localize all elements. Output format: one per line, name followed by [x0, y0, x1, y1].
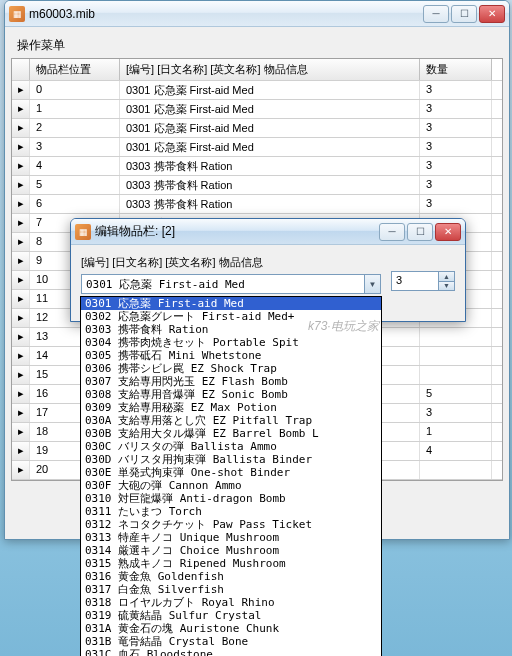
dropdown-item[interactable]: 030C バリスタの弾 Ballista Ammo	[81, 440, 381, 453]
cell-qty[interactable]	[420, 461, 492, 479]
dropdown-item[interactable]: 0319 硫黄結晶 Sulfur Crystal	[81, 609, 381, 622]
cell-info[interactable]: 0303 携帯食料 Ration	[120, 157, 420, 175]
cell-info[interactable]: 0301 応急薬 First-aid Med	[120, 81, 420, 99]
close-button[interactable]: ✕	[479, 5, 505, 23]
dialog-close-button[interactable]: ✕	[435, 223, 461, 241]
row-header[interactable]: ▸	[12, 347, 30, 365]
cell-pos[interactable]: 4	[30, 157, 120, 175]
cell-qty[interactable]	[420, 347, 492, 365]
cell-qty[interactable]	[420, 366, 492, 384]
dropdown-item[interactable]: 031C 血石 Bloodstone	[81, 648, 381, 656]
operation-menu[interactable]: 操作菜单	[11, 33, 503, 58]
combo-value[interactable]: 0301 応急薬 First-aid Med	[82, 275, 364, 293]
cell-qty[interactable]: 3	[420, 100, 492, 118]
cell-qty[interactable]: 1	[420, 423, 492, 441]
row-header[interactable]: ▸	[12, 404, 30, 422]
dropdown-item[interactable]: 0301 応急薬 First-aid Med	[81, 297, 381, 310]
dropdown-item[interactable]: 0311 たいまつ Torch	[81, 505, 381, 518]
table-row[interactable]: ▸20301 応急薬 First-aid Med3	[12, 119, 502, 138]
cell-info[interactable]: 0303 携帯食料 Ration	[120, 176, 420, 194]
dropdown-item[interactable]: 030A 支給専用落とし穴 EZ Pitfall Trap	[81, 414, 381, 427]
row-header[interactable]: ▸	[12, 385, 30, 403]
cell-info[interactable]: 0301 応急薬 First-aid Med	[120, 100, 420, 118]
table-row[interactable]: ▸50303 携帯食料 Ration3	[12, 176, 502, 195]
dropdown-item[interactable]: 0315 熟成キノコ Ripened Mushroom	[81, 557, 381, 570]
dialog-titlebar[interactable]: ▦ 编辑物品栏: [2] ─ ☐ ✕	[71, 219, 465, 245]
cell-qty[interactable]: 4	[420, 442, 492, 460]
cell-qty[interactable]: 3	[420, 157, 492, 175]
dialog-minimize-button[interactable]: ─	[379, 223, 405, 241]
table-row[interactable]: ▸40303 携帯食料 Ration3	[12, 157, 502, 176]
row-header[interactable]: ▸	[12, 138, 30, 156]
row-header[interactable]: ▸	[12, 423, 30, 441]
maximize-button[interactable]: ☐	[451, 5, 477, 23]
chevron-down-icon[interactable]: ▼	[364, 275, 380, 293]
dropdown-item[interactable]: 031B 竜骨結晶 Crystal Bone	[81, 635, 381, 648]
dropdown-item[interactable]: 030D バリスタ用拘束弾 Ballista Binder	[81, 453, 381, 466]
row-header[interactable]: ▸	[12, 271, 30, 289]
cell-qty[interactable]: 3	[420, 176, 492, 194]
dropdown-item[interactable]: 0308 支給専用音爆弾 EZ Sonic Bomb	[81, 388, 381, 401]
row-header[interactable]: ▸	[12, 233, 30, 251]
item-dropdown-list[interactable]: 0301 応急薬 First-aid Med0302 応急薬グレート First…	[80, 296, 382, 656]
cell-pos[interactable]: 5	[30, 176, 120, 194]
cell-qty[interactable]	[420, 328, 492, 346]
dropdown-item[interactable]: 030F 大砲の弾 Cannon Ammo	[81, 479, 381, 492]
dropdown-item[interactable]: 030E 単発式拘束弾 One-shot Binder	[81, 466, 381, 479]
cell-qty[interactable]: 3	[420, 138, 492, 156]
cell-qty[interactable]: 3	[420, 404, 492, 422]
row-header[interactable]: ▸	[12, 176, 30, 194]
cell-pos[interactable]: 6	[30, 195, 120, 213]
dropdown-item[interactable]: 0314 厳選キノコ Choice Mushroom	[81, 544, 381, 557]
dropdown-item[interactable]: 0309 支給専用秘薬 EZ Max Potion	[81, 401, 381, 414]
cell-info[interactable]: 0303 携帯食料 Ration	[120, 195, 420, 213]
col-header-info[interactable]: [编号] [日文名称] [英文名称] 物品信息	[120, 59, 420, 80]
row-header[interactable]: ▸	[12, 309, 30, 327]
spin-down-icon[interactable]: ▼	[438, 282, 454, 291]
minimize-button[interactable]: ─	[423, 5, 449, 23]
dropdown-item[interactable]: 0305 携帯砥石 Mini Whetstone	[81, 349, 381, 362]
dropdown-item[interactable]: 0318 ロイヤルカブト Royal Rhino	[81, 596, 381, 609]
row-header[interactable]: ▸	[12, 328, 30, 346]
dropdown-item[interactable]: 0317 白金魚 Silverfish	[81, 583, 381, 596]
row-header[interactable]: ▸	[12, 157, 30, 175]
row-header[interactable]: ▸	[12, 100, 30, 118]
dropdown-item[interactable]: 0313 特産キノコ Unique Mushroom	[81, 531, 381, 544]
cell-qty[interactable]: 5	[420, 385, 492, 403]
cell-pos[interactable]: 0	[30, 81, 120, 99]
dropdown-item[interactable]: 0307 支給専用閃光玉 EZ Flash Bomb	[81, 375, 381, 388]
dropdown-item[interactable]: 031A 黄金石の塊 Auristone Chunk	[81, 622, 381, 635]
row-header[interactable]: ▸	[12, 366, 30, 384]
main-titlebar[interactable]: ▦ m60003.mib ─ ☐ ✕	[5, 1, 509, 27]
row-header[interactable]: ▸	[12, 290, 30, 308]
row-header[interactable]: ▸	[12, 214, 30, 232]
row-header[interactable]: ▸	[12, 119, 30, 137]
table-row[interactable]: ▸30301 応急薬 First-aid Med3	[12, 138, 502, 157]
cell-pos[interactable]: 3	[30, 138, 120, 156]
table-row[interactable]: ▸00301 応急薬 First-aid Med3	[12, 81, 502, 100]
dropdown-item[interactable]: 0306 携帯シビレ罠 EZ Shock Trap	[81, 362, 381, 375]
cell-qty[interactable]: 3	[420, 195, 492, 213]
dropdown-item[interactable]: 030B 支給用大タル爆弾 EZ Barrel Bomb L	[81, 427, 381, 440]
quantity-value[interactable]: 3	[392, 272, 438, 290]
cell-info[interactable]: 0301 応急薬 First-aid Med	[120, 138, 420, 156]
dropdown-item[interactable]: 0310 対巨龍爆弾 Anti-dragon Bomb	[81, 492, 381, 505]
item-combobox[interactable]: 0301 応急薬 First-aid Med ▼	[81, 274, 381, 294]
row-header[interactable]: ▸	[12, 461, 30, 479]
col-header-qty[interactable]: 数量	[420, 59, 492, 80]
cell-pos[interactable]: 2	[30, 119, 120, 137]
col-header-pos[interactable]: 物品栏位置	[30, 59, 120, 80]
row-header[interactable]: ▸	[12, 252, 30, 270]
dropdown-item[interactable]: 0316 黄金魚 Goldenfish	[81, 570, 381, 583]
dialog-maximize-button[interactable]: ☐	[407, 223, 433, 241]
table-row[interactable]: ▸10301 応急薬 First-aid Med3	[12, 100, 502, 119]
cell-pos[interactable]: 1	[30, 100, 120, 118]
row-header[interactable]: ▸	[12, 442, 30, 460]
quantity-stepper[interactable]: 3 ▲ ▼	[391, 271, 455, 291]
cell-qty[interactable]: 3	[420, 81, 492, 99]
row-header[interactable]: ▸	[12, 195, 30, 213]
cell-info[interactable]: 0301 応急薬 First-aid Med	[120, 119, 420, 137]
dropdown-item[interactable]: 0312 ネコタクチケット Paw Pass Ticket	[81, 518, 381, 531]
row-header[interactable]: ▸	[12, 81, 30, 99]
spin-up-icon[interactable]: ▲	[438, 272, 454, 282]
